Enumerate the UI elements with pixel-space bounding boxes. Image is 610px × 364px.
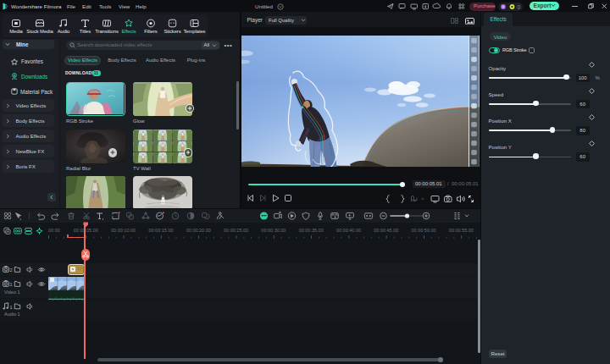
svg-text:1: 1 [10, 282, 13, 287]
svg-text:2: 2 [10, 267, 13, 273]
svg-text:Video 1: Video 1 [4, 290, 20, 295]
svg-text:1: 1 [10, 305, 13, 310]
svg-text:0: 0 [517, 3, 520, 9]
svg-text:Audio 1: Audio 1 [4, 312, 20, 317]
